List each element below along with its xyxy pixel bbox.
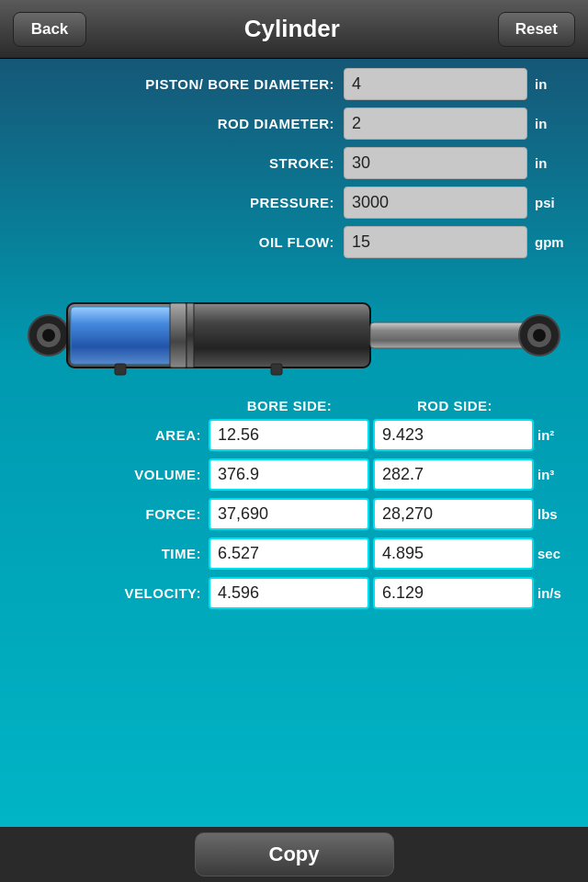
- input-field-oilflow[interactable]: [344, 226, 527, 258]
- result-bore-2: 37,690: [209, 498, 369, 530]
- result-row-1: VOLUME:376.9282.7in³: [9, 458, 579, 491]
- input-row-bore: PISTON/ BORE DIAMETER:in: [17, 68, 571, 100]
- result-unit-3: sec: [537, 546, 579, 561]
- result-unit-1: in³: [537, 467, 579, 482]
- svg-point-10: [533, 329, 546, 342]
- input-label-pressure: PRESSURE:: [17, 195, 334, 210]
- input-field-stroke[interactable]: [344, 147, 527, 179]
- result-label-1: VOLUME:: [9, 467, 201, 482]
- input-row-oilflow: OIL FLOW:gpm: [17, 226, 571, 258]
- input-unit-pressure: psi: [535, 195, 571, 210]
- results-header-row: BORE SIDE:ROD SIDE:: [9, 398, 579, 413]
- svg-rect-7: [370, 322, 531, 348]
- result-rod-3: 4.895: [373, 537, 534, 570]
- result-bore-3: 6.527: [209, 537, 369, 570]
- input-label-rod: ROD DIAMETER:: [17, 116, 334, 131]
- result-label-4: VELOCITY:: [9, 585, 201, 601]
- input-row-stroke: STROKE:in: [17, 147, 571, 179]
- result-unit-4: in/s: [537, 585, 579, 601]
- header: Back Cylinder Reset: [0, 0, 588, 59]
- input-label-bore: PISTON/ BORE DIAMETER:: [17, 76, 334, 92]
- copy-button[interactable]: Copy: [195, 832, 394, 876]
- input-section: PISTON/ BORE DIAMETER:inROD DIAMETER:inS…: [0, 59, 588, 271]
- result-row-4: VELOCITY:4.5966.129in/s: [9, 577, 579, 609]
- svg-point-2: [42, 329, 55, 342]
- result-rod-1: 282.7: [373, 458, 534, 491]
- result-rod-0: 9.423: [373, 419, 534, 451]
- input-field-bore[interactable]: [344, 68, 527, 100]
- result-bore-0: 12.56: [209, 419, 369, 451]
- result-label-2: FORCE:: [9, 506, 201, 522]
- input-field-rod[interactable]: [344, 107, 527, 140]
- svg-rect-4: [71, 307, 172, 364]
- input-unit-bore: in: [535, 76, 571, 92]
- result-rod-2: 28,270: [373, 498, 534, 530]
- result-row-3: TIME:6.5274.895sec: [9, 537, 579, 570]
- svg-rect-12: [271, 364, 282, 375]
- result-label-0: AREA:: [9, 427, 201, 443]
- svg-rect-11: [115, 364, 126, 375]
- result-row-0: AREA:12.569.423in²: [9, 419, 579, 451]
- result-row-2: FORCE:37,69028,270lbs: [9, 498, 579, 530]
- cylinder-illustration: [0, 280, 588, 390]
- input-row-pressure: PRESSURE:psi: [17, 187, 571, 219]
- input-row-rod: ROD DIAMETER:in: [17, 107, 571, 140]
- svg-rect-6: [187, 303, 194, 368]
- svg-rect-5: [170, 303, 187, 368]
- result-unit-0: in²: [537, 427, 579, 443]
- input-unit-oilflow: gpm: [535, 234, 571, 250]
- result-bore-1: 376.9: [209, 458, 369, 491]
- input-label-oilflow: OIL FLOW:: [17, 234, 334, 250]
- bore-side-header: BORE SIDE:: [207, 398, 372, 413]
- back-button[interactable]: Back: [13, 12, 86, 47]
- input-unit-stroke: in: [535, 155, 571, 171]
- input-label-stroke: STROKE:: [17, 155, 334, 171]
- copy-bar: Copy: [0, 827, 588, 882]
- reset-button[interactable]: Reset: [498, 12, 575, 47]
- result-unit-2: lbs: [537, 506, 579, 522]
- input-field-pressure[interactable]: [344, 187, 527, 219]
- rod-side-header: ROD SIDE:: [372, 398, 537, 413]
- results-section: BORE SIDE:ROD SIDE:AREA:12.569.423in²VOL…: [0, 398, 588, 609]
- result-bore-4: 4.596: [209, 577, 369, 609]
- page-title: Cylinder: [86, 15, 498, 43]
- result-label-3: TIME:: [9, 546, 201, 561]
- result-rod-4: 6.129: [373, 577, 534, 609]
- input-unit-rod: in: [535, 116, 571, 131]
